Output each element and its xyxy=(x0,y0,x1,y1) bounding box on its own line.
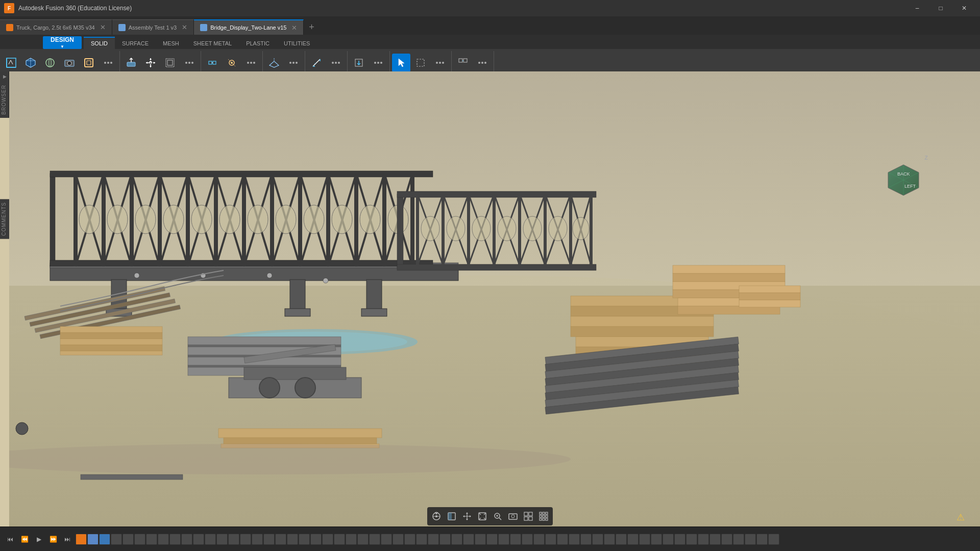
timeline-frame-43[interactable] xyxy=(580,534,592,545)
timeline-frame-35[interactable] xyxy=(486,534,498,545)
modify-more-tool[interactable] xyxy=(180,54,199,72)
timeline-frame-53[interactable] xyxy=(698,534,709,545)
timeline-frame-28[interactable] xyxy=(404,534,415,545)
display-settings-btn[interactable] xyxy=(506,509,520,523)
create-revolve-tool[interactable] xyxy=(41,54,59,72)
timeline-frame-22[interactable] xyxy=(334,534,345,545)
timeline-frame-51[interactable] xyxy=(674,534,685,545)
timeline-frame-32[interactable] xyxy=(451,534,462,545)
timeline-frame-8[interactable] xyxy=(169,534,181,545)
timeline-frame-20[interactable] xyxy=(310,534,322,545)
timeline-frame-14[interactable] xyxy=(240,534,251,545)
timeline-frame-48[interactable] xyxy=(639,534,650,545)
timeline-frame-29[interactable] xyxy=(416,534,427,545)
browser-label[interactable]: BROWSER xyxy=(0,82,9,118)
timeline-start-btn[interactable]: ⏮ xyxy=(4,533,16,545)
timeline-frame-59[interactable] xyxy=(768,534,779,545)
create-shell-tool[interactable] xyxy=(80,54,98,72)
ribbon-tab-mesh[interactable]: MESH xyxy=(156,37,186,49)
timeline-frame-57[interactable] xyxy=(745,534,756,545)
ribbon-tab-solid[interactable]: SOLID xyxy=(84,37,115,49)
timeline-frame-15[interactable] xyxy=(252,534,263,545)
comments-label[interactable]: COMMENTS xyxy=(0,199,9,239)
timeline-frame-37[interactable] xyxy=(510,534,521,545)
timeline-frame-44[interactable] xyxy=(592,534,603,545)
ribbon-tab-plastic[interactable]: PLASTIC xyxy=(239,37,277,49)
insert-tool[interactable] xyxy=(350,54,368,72)
assemble-more-tool[interactable] xyxy=(242,54,260,72)
timeline-frame-36[interactable] xyxy=(498,534,509,545)
timeline-frame-19[interactable] xyxy=(299,534,310,545)
zoom-btn[interactable] xyxy=(491,509,505,523)
timeline-frame-2[interactable] xyxy=(99,534,110,545)
timeline-frame-27[interactable] xyxy=(393,534,404,545)
timeline-frame-9[interactable] xyxy=(181,534,192,545)
timeline-frame-41[interactable] xyxy=(557,534,568,545)
create-more-tool[interactable] xyxy=(99,54,117,72)
timeline-play-btn[interactable]: ▶ xyxy=(33,533,45,545)
timeline-next-btn[interactable]: ⏩ xyxy=(47,533,59,545)
timeline-frame-50[interactable] xyxy=(663,534,674,545)
timeline-frame-47[interactable] xyxy=(627,534,639,545)
timeline-frame-30[interactable] xyxy=(428,534,439,545)
timeline-frame-6[interactable] xyxy=(146,534,157,545)
timeline-track[interactable] xyxy=(76,531,976,547)
timeline-frame-11[interactable] xyxy=(205,534,216,545)
close-button[interactable]: ✕ xyxy=(952,0,976,16)
timeline-frame-26[interactable] xyxy=(381,534,392,545)
create-box-tool[interactable] xyxy=(21,54,40,72)
timeline-frame-4[interactable] xyxy=(122,534,134,545)
position-tool[interactable] xyxy=(454,54,472,72)
timeline-frame-46[interactable] xyxy=(616,534,627,545)
timeline-frame-45[interactable] xyxy=(604,534,615,545)
timeline-frame-1[interactable] xyxy=(87,534,99,545)
timeline-frame-49[interactable] xyxy=(651,534,662,545)
timeline-frame-31[interactable] xyxy=(439,534,451,545)
nav-cube[interactable]: Z BACK LEFT xyxy=(898,79,949,130)
timeline-prev-btn[interactable]: ⏪ xyxy=(18,533,31,545)
modify-presspull-tool[interactable] xyxy=(122,54,140,72)
timeline-frame-54[interactable] xyxy=(709,534,721,545)
tab-truck-close[interactable]: ✕ xyxy=(100,24,106,31)
modify-scale-tool[interactable] xyxy=(161,54,179,72)
create-hole-tool[interactable] xyxy=(60,54,79,72)
inspect-more-tool[interactable] xyxy=(327,54,345,72)
timeline-frame-5[interactable] xyxy=(134,534,145,545)
pan-btn[interactable] xyxy=(460,509,474,523)
timeline-frame-10[interactable] xyxy=(193,534,204,545)
timeline-frame-0[interactable] xyxy=(76,534,87,545)
grid-settings-btn[interactable] xyxy=(521,509,535,523)
modify-move-tool[interactable] xyxy=(141,54,160,72)
timeline-end-btn[interactable]: ⏭ xyxy=(61,533,74,545)
timeline-frame-24[interactable] xyxy=(357,534,369,545)
zoom-fit-btn[interactable] xyxy=(475,509,489,523)
timeline-frame-56[interactable] xyxy=(733,534,744,545)
tab-bridge-close[interactable]: ✕ xyxy=(291,24,297,31)
minimize-button[interactable]: – xyxy=(905,0,929,16)
create-sketch-tool[interactable] xyxy=(2,54,20,72)
timeline-frame-38[interactable] xyxy=(522,534,533,545)
timeline-frame-16[interactable] xyxy=(263,534,275,545)
timeline-frame-23[interactable] xyxy=(346,534,357,545)
ribbon-tab-utilities[interactable]: UTILITIES xyxy=(277,37,317,49)
timeline-frame-34[interactable] xyxy=(475,534,486,545)
window-select-tool[interactable] xyxy=(411,54,430,72)
more-settings-btn[interactable] xyxy=(536,509,551,523)
timeline-frame-58[interactable] xyxy=(756,534,768,545)
tab-assembly-close[interactable]: ✕ xyxy=(182,24,187,31)
timeline-frame-52[interactable] xyxy=(686,534,697,545)
timeline-frame-21[interactable] xyxy=(322,534,333,545)
orbit-btn[interactable] xyxy=(429,509,444,523)
select-more-tool[interactable] xyxy=(431,54,449,72)
ribbon-tab-sheet-metal[interactable]: SHEET METAL xyxy=(186,37,239,49)
tab-bridge[interactable]: Bridge_Display_Two-Lane v15 ✕ xyxy=(194,19,304,35)
construct-plane-tool[interactable] xyxy=(265,54,283,72)
tab-truck[interactable]: Truck, Cargo, 2.5t 6x6 M35 v34 ✕ xyxy=(0,19,112,35)
timeline-frame-55[interactable] xyxy=(721,534,732,545)
timeline-frame-3[interactable] xyxy=(111,534,122,545)
timeline-frame-12[interactable] xyxy=(216,534,228,545)
timeline-frame-39[interactable] xyxy=(533,534,545,545)
ribbon-tab-surface[interactable]: SURFACE xyxy=(115,37,156,49)
timeline-frame-25[interactable] xyxy=(369,534,380,545)
insert-more-tool[interactable] xyxy=(369,54,387,72)
